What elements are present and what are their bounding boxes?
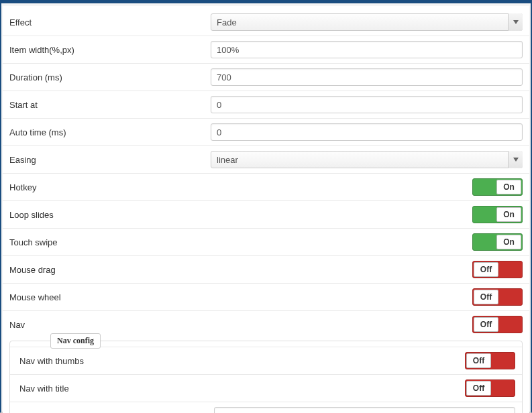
toggle-state-label: On	[496, 207, 521, 222]
label-easing: Easing	[9, 155, 211, 165]
label-start-at: Start at	[9, 100, 211, 110]
settings-form: Effect Fade Item width(%,px) Duration (m…	[3, 6, 529, 413]
row-slide-break: Slide break	[10, 402, 522, 413]
label-slide-break: Slide break	[19, 411, 214, 414]
label-effect: Effect	[9, 17, 211, 27]
row-hotkey: Hotkey On	[3, 173, 529, 200]
nav-config-legend: Nav config	[50, 333, 101, 349]
label-loop-slides: Loop slides	[9, 210, 211, 220]
row-duration: Duration (ms)	[3, 63, 529, 91]
toggle-state-label: Off	[466, 353, 491, 368]
loop-slides-toggle[interactable]: On	[472, 206, 523, 223]
toggle-state-label: Off	[474, 262, 498, 277]
toggle-state-label: Off	[466, 381, 491, 396]
mouse-wheel-toggle[interactable]: Off	[472, 288, 523, 306]
effect-select-value: Fade	[211, 13, 523, 31]
nav-thumbs-toggle[interactable]: Off	[465, 352, 515, 369]
label-nav: Nav	[9, 320, 211, 330]
label-item-width: Item width(%,px)	[9, 45, 211, 55]
duration-input[interactable]	[211, 68, 523, 86]
chevron-down-icon	[508, 13, 523, 31]
label-nav-thumbs: Nav with thumbs	[19, 356, 214, 366]
row-nav-title: Nav with title Off	[10, 374, 522, 402]
slide-break-input[interactable]	[214, 407, 515, 413]
row-mouse-drag: Mouse drag Off	[3, 255, 529, 283]
row-item-width: Item width(%,px)	[3, 36, 529, 63]
nav-toggle[interactable]: Off	[472, 316, 523, 333]
touch-swipe-toggle[interactable]: On	[472, 233, 523, 251]
item-width-input[interactable]	[211, 41, 523, 58]
auto-time-input[interactable]	[211, 123, 523, 141]
toggle-state-label: On	[496, 180, 521, 194]
effect-select[interactable]: Fade	[211, 13, 523, 31]
easing-select-value: linear	[211, 151, 523, 168]
row-easing: Easing linear	[3, 145, 529, 173]
settings-panel: Effect Fade Item width(%,px) Duration (m…	[0, 0, 532, 413]
row-touch-swipe: Touch swipe On	[3, 228, 529, 255]
row-start-at: Start at	[3, 91, 529, 118]
toggle-state-label: Off	[474, 290, 498, 304]
mouse-drag-toggle[interactable]: Off	[472, 261, 523, 278]
label-hotkey: Hotkey	[9, 182, 211, 192]
start-at-input[interactable]	[211, 96, 523, 113]
easing-select[interactable]: linear	[211, 151, 523, 168]
label-touch-swipe: Touch swipe	[9, 237, 211, 247]
row-nav-thumbs: Nav with thumbs Off	[10, 347, 522, 374]
row-effect: Effect Fade	[3, 9, 529, 36]
chevron-down-icon	[508, 151, 523, 168]
nav-config-section: Nav config Nav with thumbs Off Nav with …	[9, 341, 523, 413]
hotkey-toggle[interactable]: On	[472, 178, 523, 196]
row-auto-time: Auto time (ms)	[3, 118, 529, 145]
label-mouse-drag: Mouse drag	[9, 265, 211, 275]
nav-title-toggle[interactable]: Off	[465, 379, 515, 397]
row-mouse-wheel: Mouse wheel Off	[3, 283, 529, 310]
label-duration: Duration (ms)	[9, 72, 211, 82]
label-nav-title: Nav with title	[19, 384, 214, 394]
toggle-state-label: Off	[474, 317, 498, 332]
label-mouse-wheel: Mouse wheel	[9, 292, 211, 302]
label-auto-time: Auto time (ms)	[9, 127, 211, 137]
toggle-state-label: On	[496, 235, 521, 249]
row-loop-slides: Loop slides On	[3, 200, 529, 228]
